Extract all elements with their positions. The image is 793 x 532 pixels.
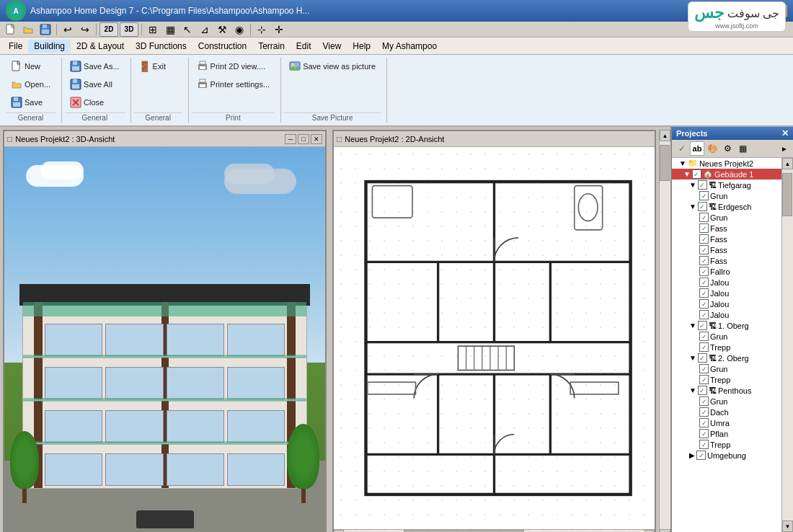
new-button[interactable]: New	[6, 58, 56, 75]
vscroll-down-arrow[interactable]: ▼	[660, 529, 670, 532]
qa-cursor-button[interactable]: ⊹	[254, 22, 270, 37]
tree-item-fass-3[interactable]: ✓ Fass	[672, 244, 781, 255]
qa-select-button[interactable]: ↖	[180, 22, 195, 37]
panel-check-icon[interactable]: ✓	[675, 141, 689, 156]
fass2-checkbox[interactable]: ✓	[699, 234, 709, 244]
qa-open-button[interactable]	[20, 22, 36, 37]
panel-close-icon[interactable]: ✕	[781, 128, 789, 138]
grun5-checkbox[interactable]: ✓	[699, 396, 709, 406]
menu-help[interactable]: Help	[347, 40, 376, 53]
grun4-checkbox[interactable]: ✓	[699, 364, 709, 373]
tree-item-umra[interactable]: ✓ Umra	[672, 417, 781, 428]
grun3-checkbox[interactable]: ✓	[699, 332, 709, 341]
trepp3-checkbox[interactable]: ✓	[699, 440, 709, 449]
qa-redo-button[interactable]: ↪	[77, 22, 93, 37]
tree-item-fallro[interactable]: ✓ Fallro	[672, 266, 781, 277]
tree-item-grun-1[interactable]: ✓ Grun	[672, 190, 781, 201]
jalou2-checkbox[interactable]: ✓	[699, 288, 709, 298]
menu-terrain[interactable]: Terrain	[252, 40, 291, 53]
qa-save-button[interactable]	[37, 22, 53, 37]
save-as-button[interactable]: Save As...	[65, 58, 125, 75]
view2d-content[interactable]	[334, 147, 655, 529]
qa-measure-button[interactable]: ⊿	[197, 22, 213, 37]
menu-my-ashampoo[interactable]: My Ashampoo	[376, 40, 443, 53]
view3d-close[interactable]: ✕	[311, 134, 322, 144]
menu-view[interactable]: View	[317, 40, 347, 53]
tree-item-grun-3[interactable]: ✓ Grun	[672, 331, 781, 342]
tree-item-penthous[interactable]: ▼ ✓ 🏗 Penthous	[672, 385, 781, 396]
tree-item-jalou-2[interactable]: ✓ Jalou	[672, 288, 781, 298]
open-button[interactable]: Open...	[6, 76, 56, 93]
menu-construction[interactable]: Construction	[192, 40, 252, 53]
tree-scroll-up[interactable]: ▲	[782, 158, 793, 169]
tree-item-trepp-1[interactable]: ✓ Trepp	[672, 342, 781, 353]
umra-checkbox[interactable]: ✓	[699, 418, 709, 427]
menu-building[interactable]: Building	[28, 40, 71, 53]
qa-layers-button[interactable]: ▦	[162, 22, 178, 37]
tree-item-gebaude[interactable]: ▼ ✓ 🏠 Gebäude 1	[672, 169, 781, 179]
tiefgarag-checkbox[interactable]: ✓	[698, 180, 707, 190]
umgebung-checkbox[interactable]: ✓	[696, 451, 706, 460]
qa-tools-button[interactable]: ⚒	[214, 22, 230, 37]
menu-3d-functions[interactable]: 3D Functions	[130, 40, 192, 53]
tree-item-trepp-3[interactable]: ✓ Trepp	[672, 439, 781, 450]
tree-item-grun-2[interactable]: ✓ Grun	[672, 212, 781, 223]
tree-item-oberg1[interactable]: ▼ ✓ 🏗 1. Oberg	[672, 320, 781, 331]
tree-item-fass-2[interactable]: ✓ Fass	[672, 234, 781, 244]
save-view-as-picture-button[interactable]: Save view as picture	[284, 58, 381, 75]
tree-item-dach[interactable]: ✓ Dach	[672, 407, 781, 417]
panel-scroll-right[interactable]: ►	[779, 143, 790, 154]
panel-text-icon[interactable]: ab	[690, 141, 704, 156]
views-vscroll[interactable]: ▲ ▼	[659, 130, 670, 532]
dach-checkbox[interactable]: ✓	[699, 407, 709, 417]
qa-2d-button[interactable]: 2D	[99, 22, 118, 37]
gebaude-checkbox[interactable]: ✓	[692, 169, 701, 179]
oberg2-checkbox[interactable]: ✓	[698, 353, 707, 363]
fass4-checkbox[interactable]: ✓	[699, 256, 709, 265]
tree-vscroll[interactable]: ▲ ▼	[781, 158, 793, 532]
jalou4-checkbox[interactable]: ✓	[699, 310, 709, 319]
tree-item-grun-4[interactable]: ✓ Grun	[672, 363, 781, 374]
close-button-ribbon[interactable]: Close	[65, 94, 125, 111]
exit-button[interactable]: 🚪 Exit	[134, 58, 182, 75]
tree-item-erdgesch[interactable]: ▼ ✓ 🏗 Erdgesch	[672, 201, 781, 212]
panel-settings-icon[interactable]: ⚙	[720, 141, 735, 156]
print-2d-button[interactable]: Print 2D view....	[192, 58, 275, 75]
tree-item-trepp-2[interactable]: ✓ Trepp	[672, 374, 781, 385]
qa-move-button[interactable]: ✛	[271, 22, 287, 37]
tree-item-oberg2[interactable]: ▼ ✓ 🏗 2. Oberg	[672, 353, 781, 363]
tree-item-fass-4[interactable]: ✓ Fass	[672, 255, 781, 266]
fallro-checkbox[interactable]: ✓	[699, 267, 709, 276]
tree-item-jalou-4[interactable]: ✓ Jalou	[672, 309, 781, 320]
qa-camera-button[interactable]: ◉	[231, 22, 247, 37]
vscroll-up-arrow[interactable]: ▲	[660, 130, 670, 141]
menu-2d-layout[interactable]: 2D & Layout	[71, 40, 130, 53]
fass3-checkbox[interactable]: ✓	[699, 245, 709, 254]
save-button[interactable]: Save	[6, 94, 56, 111]
grun2-checkbox[interactable]: ✓	[699, 213, 709, 222]
menu-file[interactable]: File	[3, 40, 28, 53]
grun1-checkbox[interactable]: ✓	[699, 191, 709, 200]
view3d-minimize[interactable]: ─	[285, 134, 296, 144]
tree-scroll-track[interactable]	[782, 169, 793, 520]
erdgesch-checkbox[interactable]: ✓	[698, 202, 707, 211]
panel-color-icon[interactable]: 🎨	[705, 141, 719, 156]
pflan-checkbox[interactable]: ✓	[699, 429, 709, 438]
jalou3-checkbox[interactable]: ✓	[699, 299, 709, 309]
view3d-content[interactable]	[4, 147, 325, 532]
view3d-restore[interactable]: □	[298, 134, 309, 144]
menu-edit[interactable]: Edit	[291, 40, 317, 53]
trepp2-checkbox[interactable]: ✓	[699, 375, 709, 384]
tree-item-jalou-3[interactable]: ✓ Jalou	[672, 298, 781, 309]
penthous-checkbox[interactable]: ✓	[698, 386, 707, 395]
tree-scroll-thumb[interactable]	[782, 173, 792, 216]
tree-item-tiefgarag[interactable]: ▼ ✓ 🏗 Tiefgarag	[672, 179, 781, 190]
qa-new-button[interactable]	[3, 22, 19, 37]
qa-3d-button[interactable]: 3D	[120, 22, 138, 37]
tree-item-umgebung[interactable]: ▶ ✓ Umgebung	[672, 450, 781, 461]
fass1-checkbox[interactable]: ✓	[699, 223, 709, 233]
qa-grid-button[interactable]: ⊞	[145, 22, 161, 37]
tree-scroll-down[interactable]: ▼	[782, 520, 793, 532]
tree-item-grun-5[interactable]: ✓ Grun	[672, 396, 781, 407]
tree-item-project[interactable]: ▼ 📁 Neues Projekt2	[672, 158, 781, 169]
